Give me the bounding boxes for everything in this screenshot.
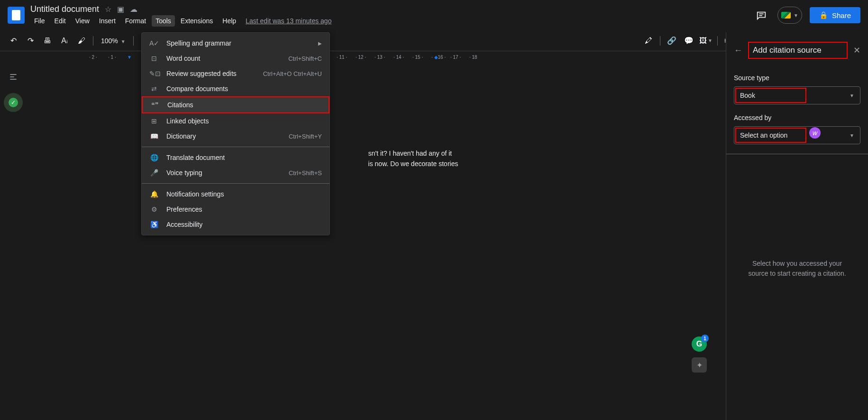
tools-menu-notification-settings[interactable]: 🔔Notification settings bbox=[142, 187, 329, 202]
menu-shortcut: Ctrl+Shift+S bbox=[289, 169, 322, 177]
highlight-button[interactable]: 🖍 bbox=[641, 33, 656, 48]
tools-menu-citations[interactable]: ❝❞Citations bbox=[142, 96, 329, 113]
cloud-status-icon[interactable]: ☁ bbox=[130, 5, 137, 14]
meet-button[interactable]: ▼ bbox=[777, 7, 802, 24]
menu-item-label: Translate document bbox=[166, 154, 322, 161]
w-extension-badge[interactable]: w bbox=[809, 127, 821, 139]
undo-button[interactable]: ↶ bbox=[6, 33, 21, 48]
menu-item-label: Word count bbox=[166, 55, 281, 62]
citations-icon: ❝❞ bbox=[150, 101, 160, 109]
badge-count: 1 bbox=[701, 335, 709, 342]
back-arrow-icon[interactable]: ← bbox=[734, 46, 742, 56]
share-label: Share bbox=[832, 11, 851, 19]
tools-menu-translate-document[interactable]: 🌐Translate document bbox=[142, 150, 329, 165]
menu-shortcut: Ctrl+Shift+C bbox=[288, 55, 322, 62]
panel-helper-text: Select how you accessed your source to s… bbox=[734, 259, 860, 279]
tools-menu-voice-typing[interactable]: 🎤Voice typingCtrl+Shift+S bbox=[142, 165, 329, 180]
menu-shortcut: Ctrl+Shift+Y bbox=[289, 133, 322, 140]
translate-icon: 🌐 bbox=[149, 154, 159, 161]
redo-button[interactable]: ↷ bbox=[23, 33, 38, 48]
move-icon[interactable]: ▣ bbox=[117, 5, 124, 14]
menu-item-label: Voice typing bbox=[166, 169, 281, 177]
tools-dropdown-menu: A✓Spelling and grammar▶⊡Word countCtrl+S… bbox=[141, 32, 330, 235]
submenu-arrow-icon: ▶ bbox=[318, 41, 322, 46]
close-icon[interactable]: ✕ bbox=[853, 45, 860, 56]
tools-menu-preferences[interactable]: ⚙Preferences bbox=[142, 202, 329, 217]
tools-menu-linked-objects[interactable]: ⊞Linked objects bbox=[142, 113, 329, 129]
status-check-badge[interactable] bbox=[4, 93, 23, 112]
floating-badges: G 1 ✦ bbox=[692, 336, 707, 373]
menu-item-label: Spelling and grammar bbox=[166, 39, 311, 47]
menu-divider bbox=[142, 183, 329, 184]
meet-camera-icon bbox=[781, 12, 791, 19]
source-type-value: Book bbox=[740, 92, 755, 99]
last-edit-link[interactable]: Last edit was 13 minutes ago bbox=[246, 17, 331, 25]
tools-menu-spelling-and-grammar[interactable]: A✓Spelling and grammar▶ bbox=[142, 36, 329, 51]
menu-format[interactable]: Format bbox=[121, 15, 150, 27]
dictionary-icon: 📖 bbox=[149, 132, 159, 140]
tools-menu-accessibility[interactable]: ♿Accessibility bbox=[142, 217, 329, 232]
source-type-label: Source type bbox=[734, 74, 860, 82]
share-button[interactable]: 🔒 Share bbox=[810, 7, 860, 23]
menu-item-label: Notification settings bbox=[166, 190, 322, 198]
grammarly-badge[interactable]: G 1 bbox=[692, 336, 707, 352]
menu-tools[interactable]: Tools bbox=[152, 15, 175, 27]
panel-title: Add citation source bbox=[748, 42, 848, 59]
tools-menu-compare-documents[interactable]: ⇄Compare documents bbox=[142, 81, 329, 96]
spellcheck-icon: A✓ bbox=[149, 39, 159, 47]
print-button[interactable]: 🖶 bbox=[40, 33, 55, 48]
menu-file[interactable]: File bbox=[30, 15, 49, 27]
citation-panel: ← Add citation source ✕ Source type Book… bbox=[726, 32, 868, 420]
preferences-icon: ⚙ bbox=[149, 205, 159, 213]
menu-item-label: Compare documents bbox=[166, 85, 322, 93]
accessed-by-value: Select an option bbox=[740, 131, 787, 139]
linked-icon: ⊞ bbox=[149, 117, 159, 125]
menu-item-label: Dictionary bbox=[166, 132, 281, 140]
menu-bar: FileEditViewInsertFormatToolsExtensionsH… bbox=[30, 15, 753, 27]
lock-icon: 🔒 bbox=[819, 11, 828, 19]
menu-divider bbox=[142, 147, 329, 147]
chevron-down-icon: ▼ bbox=[794, 13, 798, 18]
link-button[interactable]: 🔗 bbox=[664, 33, 679, 48]
menu-help[interactable]: Help bbox=[219, 15, 240, 27]
docs-logo-icon[interactable] bbox=[8, 7, 25, 24]
menu-shortcut: Ctrl+Alt+O Ctrl+Alt+U bbox=[263, 70, 322, 77]
comment-button[interactable]: 💬 bbox=[681, 33, 696, 48]
notification-icon: 🔔 bbox=[149, 190, 159, 198]
menu-item-label: Review suggested edits bbox=[166, 70, 256, 77]
chevron-down-icon: ▼ bbox=[850, 93, 854, 98]
app-header: Untitled document ☆ ▣ ☁ FileEditViewInse… bbox=[0, 0, 868, 30]
wordcount-icon: ⊡ bbox=[149, 55, 159, 62]
explore-badge[interactable]: ✦ bbox=[692, 357, 707, 373]
menu-item-label: Accessibility bbox=[166, 221, 322, 228]
voice-icon: 🎤 bbox=[149, 169, 159, 177]
source-type-select[interactable]: Book ▼ bbox=[734, 86, 860, 104]
accessed-by-select[interactable]: Select an option ▼ bbox=[734, 126, 860, 144]
accessed-by-label: Accessed by bbox=[734, 114, 860, 121]
menu-item-label: Linked objects bbox=[166, 117, 322, 125]
menu-item-label: Preferences bbox=[166, 205, 322, 213]
document-title[interactable]: Untitled document bbox=[30, 4, 99, 14]
title-area: Untitled document ☆ ▣ ☁ FileEditViewInse… bbox=[30, 4, 753, 27]
tools-menu-review-suggested-edits[interactable]: ✎⊡Review suggested editsCtrl+Alt+O Ctrl+… bbox=[142, 66, 329, 81]
accessibility-icon: ♿ bbox=[149, 221, 159, 228]
menu-item-label: Citations bbox=[167, 101, 321, 109]
spellcheck-button[interactable]: Aᵢ bbox=[57, 33, 72, 48]
chevron-down-icon: ▼ bbox=[850, 133, 854, 138]
menu-extensions[interactable]: Extensions bbox=[177, 15, 217, 27]
menu-insert[interactable]: Insert bbox=[95, 15, 119, 27]
menu-edit[interactable]: Edit bbox=[51, 15, 70, 27]
star-icon[interactable]: ☆ bbox=[105, 5, 111, 14]
paint-format-button[interactable]: 🖌 bbox=[74, 33, 89, 48]
left-gutter bbox=[0, 63, 27, 420]
compare-icon: ⇄ bbox=[149, 85, 159, 93]
tools-menu-word-count[interactable]: ⊡Word countCtrl+Shift+C bbox=[142, 51, 329, 66]
outline-icon[interactable] bbox=[9, 72, 18, 82]
comments-icon[interactable] bbox=[753, 7, 770, 24]
image-button[interactable]: 🖼▼ bbox=[698, 33, 713, 48]
zoom-select[interactable]: 100% ▼ bbox=[97, 35, 129, 47]
review-icon: ✎⊡ bbox=[149, 70, 159, 77]
tools-menu-dictionary[interactable]: 📖DictionaryCtrl+Shift+Y bbox=[142, 129, 329, 144]
menu-view[interactable]: View bbox=[72, 15, 93, 27]
